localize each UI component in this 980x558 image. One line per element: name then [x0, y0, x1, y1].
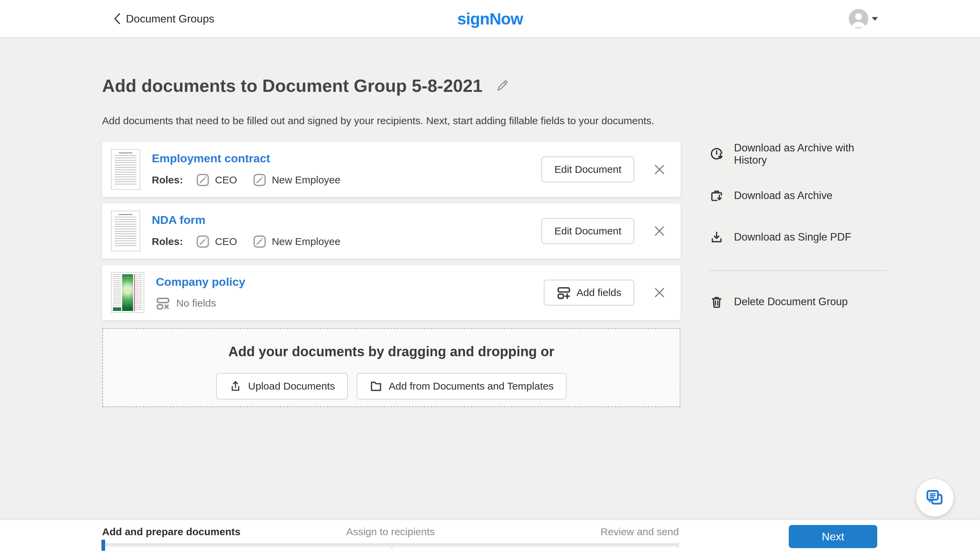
close-icon [653, 163, 666, 176]
caret-down-icon [872, 17, 878, 21]
next-button[interactable]: Next [789, 525, 877, 548]
history-download-icon [709, 147, 724, 161]
drag-drop-zone[interactable]: Add your documents by dragging and dropp… [102, 328, 681, 407]
wizard-steps: Add and prepare documents Assign to reci… [102, 520, 679, 558]
top-bar: Document Groups signNow [0, 0, 980, 38]
avatar [849, 9, 868, 29]
download-archive-history[interactable]: Download as Archive with History [709, 146, 886, 162]
remove-document-button[interactable] [652, 285, 667, 300]
document-card: NDA form Roles: CEO New Employee [102, 204, 681, 259]
help-chat-button[interactable] [916, 479, 954, 517]
download-archive[interactable]: Download as Archive [709, 187, 886, 204]
download-icon [709, 230, 724, 244]
fields-status-label: No fields [176, 297, 216, 309]
thumb-right-column [134, 274, 142, 311]
remove-document-button[interactable] [652, 223, 667, 238]
role-edit-icon [195, 234, 210, 249]
roles-label: Roles: [152, 236, 183, 247]
step-assign-to-recipients[interactable]: Assign to recipients [346, 526, 435, 538]
thumb-globe-panel [122, 274, 133, 311]
add-from-documents-label: Add from Documents and Templates [389, 381, 554, 392]
role-edit-icon [252, 172, 267, 187]
role-edit-icon [195, 172, 210, 187]
page-subtitle: Add documents that need to be filled out… [102, 115, 654, 126]
archive-download-icon [709, 189, 724, 203]
roles-label: Roles: [152, 174, 183, 186]
role-chip[interactable]: New Employee [252, 234, 341, 249]
fields-status: No fields [156, 296, 216, 310]
signnow-logo[interactable]: signNow [457, 0, 523, 38]
role-chip[interactable]: CEO [195, 234, 237, 249]
back-to-document-groups[interactable]: Document Groups [113, 0, 214, 38]
thumb-left-column [113, 274, 121, 311]
upload-icon [229, 380, 242, 393]
rail-item-label: Download as Single PDF [734, 231, 851, 243]
add-from-documents-button[interactable]: Add from Documents and Templates [356, 373, 566, 399]
role-chip[interactable]: CEO [195, 172, 237, 187]
document-group-page: Document Groups signNow Add documents to… [0, 0, 980, 558]
role-chip[interactable]: New Employee [252, 172, 341, 187]
document-thumbnail [111, 211, 140, 251]
role-edit-icon [252, 234, 267, 249]
download-single-pdf[interactable]: Download as Single PDF [709, 229, 886, 246]
delete-document-group[interactable]: Delete Document Group [709, 293, 886, 310]
progress-track [102, 543, 679, 547]
edit-document-label: Edit Document [554, 164, 621, 175]
no-fields-icon [156, 296, 170, 310]
document-card: Employment contract Roles: CEO New Emplo… [102, 142, 681, 197]
edit-title-button[interactable] [496, 79, 509, 92]
step-add-and-prepare[interactable]: Add and prepare documents [102, 526, 241, 538]
add-fields-icon [557, 286, 571, 300]
add-fields-button[interactable]: Add fields [544, 280, 634, 305]
role-name: New Employee [272, 174, 341, 186]
role-name: CEO [215, 174, 237, 186]
chat-icon [925, 488, 944, 507]
upload-documents-label: Upload Documents [248, 381, 335, 392]
wizard-footer: Add and prepare documents Assign to reci… [0, 520, 980, 558]
edit-document-button[interactable]: Edit Document [542, 218, 634, 244]
document-title-link[interactable]: NDA form [152, 213, 205, 226]
document-card: Company policy No fields Add fields [102, 265, 681, 320]
step-review-and-send[interactable]: Review and send [601, 526, 679, 538]
document-thumbnail [111, 149, 140, 190]
upload-documents-button[interactable]: Upload Documents [216, 373, 348, 399]
rail-item-label: Download as Archive with History [734, 142, 886, 166]
progress-marker-step3 [677, 542, 679, 548]
dropzone-heading: Add your documents by dragging and dropp… [228, 344, 554, 359]
remove-document-button[interactable] [652, 162, 667, 177]
role-name: CEO [215, 236, 237, 247]
rail-item-label: Download as Archive [734, 190, 833, 202]
close-icon [653, 225, 666, 238]
progress-marker-active [102, 540, 105, 551]
document-thumbnail [111, 272, 144, 313]
chevron-left-icon [113, 13, 121, 25]
progress-marker-step2 [391, 542, 393, 548]
close-icon [653, 286, 666, 299]
document-group-actions: Download as Archive with History Downloa… [709, 146, 886, 335]
edit-document-label: Edit Document [554, 225, 621, 237]
add-fields-label: Add fields [576, 287, 621, 299]
document-title-link[interactable]: Employment contract [152, 152, 270, 165]
page-title: Add documents to Document Group 5-8-2021 [102, 75, 483, 96]
role-name: New Employee [272, 236, 341, 247]
account-menu[interactable] [849, 0, 878, 38]
folder-icon [369, 380, 382, 393]
rail-item-label: Delete Document Group [734, 296, 848, 308]
edit-document-button[interactable]: Edit Document [542, 156, 634, 182]
document-title-link[interactable]: Company policy [156, 275, 245, 289]
rail-divider [709, 270, 886, 271]
trash-icon [709, 295, 724, 309]
back-label: Document Groups [126, 13, 214, 25]
